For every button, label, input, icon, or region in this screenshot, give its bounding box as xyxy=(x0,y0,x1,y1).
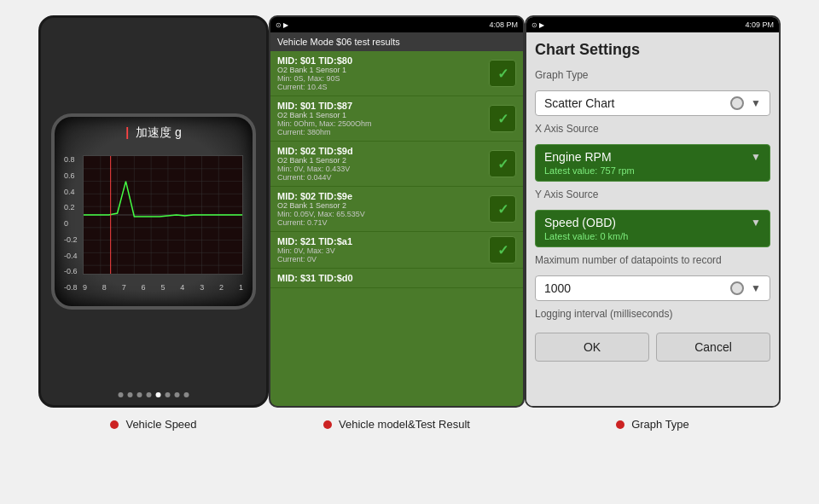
max-datapoints-label: Maximum number of datapoints to record xyxy=(535,254,770,266)
status-bar-3: ⊙ ▶ 4:09 PM xyxy=(526,17,779,32)
x-axis-title-row: Engine RPM ▼ xyxy=(544,150,761,164)
phone-frame-1: | 加速度 g 0.8 0.6 0.4 0.2 0 -0.2 -0.4 -0.6 xyxy=(38,15,269,408)
test-values-5: Min: 0V, Max: 3V xyxy=(277,246,352,255)
label-dot-2 xyxy=(323,420,332,429)
max-datapoints-row: 1000 ▼ xyxy=(535,275,770,301)
marker-icon: | xyxy=(125,125,129,139)
panel-vehicle-speed: | 加速度 g 0.8 0.6 0.4 0.2 0 -0.2 -0.4 -0.6 xyxy=(38,15,269,408)
ok-badge-4: ✓ xyxy=(489,195,516,223)
y-axis-labels: 0.8 0.6 0.4 0.2 0 -0.2 -0.4 -0.6 -0.8 xyxy=(64,155,83,292)
label-text-1: Vehicle Speed xyxy=(125,418,196,431)
dot-6 xyxy=(166,392,171,397)
x-axis-label: X Axis Source xyxy=(535,123,770,135)
test-item-1-left: MID: $01 TID:$80 O2 Bank 1 Sensor 1 Min:… xyxy=(277,55,352,91)
test-item-5-left: MID: $21 TID:$a1 Min: 0V, Max: 3V Curren… xyxy=(277,236,352,264)
test-mid-6: MID: $31 TID:$d0 xyxy=(277,273,353,283)
ok-button[interactable]: OK xyxy=(535,333,649,362)
ok-badge-3: ✓ xyxy=(489,150,516,177)
gauge-title: | 加速度 g xyxy=(125,125,182,141)
test-sensor-4: O2 Bank 1 Sensor 2 xyxy=(277,201,365,210)
label-test-result: Vehicle model&Test Result xyxy=(269,418,525,431)
ok-badge-5: ✓ xyxy=(489,236,516,264)
graph-type-dropdown[interactable]: Scatter Chart ▼ xyxy=(535,90,770,116)
graph-type-arrow-icon: ▼ xyxy=(751,97,761,109)
label-text-2: Vehicle model&Test Result xyxy=(339,418,470,431)
test-item-6-left: MID: $31 TID:$d0 xyxy=(277,273,353,283)
test-result-header: Vehicle Mode $06 test results xyxy=(270,32,523,51)
status-time-3: 4:09 PM xyxy=(745,20,774,29)
max-datapoints-arrow-icon: ▼ xyxy=(751,282,761,294)
test-current-5: Current: 0V xyxy=(277,255,352,264)
label-text-3: Graph Type xyxy=(631,418,689,431)
dot-7 xyxy=(175,392,180,397)
test-values-3: Min: 0V, Max: 0.433V xyxy=(277,165,353,173)
test-mid-3: MID: $02 TID:$9d xyxy=(277,146,353,156)
test-item-4-left: MID: $02 TID:$9e O2 Bank 1 Sensor 2 Min:… xyxy=(277,191,365,227)
max-datapoints-radio xyxy=(730,281,744,295)
test-mid-2: MID: $01 TID:$87 xyxy=(277,101,372,111)
test-mid-5: MID: $21 TID:$a1 xyxy=(277,236,352,246)
ok-badge-1: ✓ xyxy=(489,60,516,87)
graph-type-radio xyxy=(730,96,744,110)
test-values-4: Min: 0.05V, Max: 65.535V xyxy=(277,210,365,218)
x-axis-arrow-icon: ▼ xyxy=(751,151,761,163)
test-values-2: Min: 0Ohm, Max: 2500Ohm xyxy=(277,119,372,128)
phone-frame-3: ⊙ ▶ 4:09 PM Chart Settings Graph Type Sc… xyxy=(525,15,781,408)
y-axis-arrow-icon: ▼ xyxy=(751,217,761,229)
x-axis-latest: Latest value: 757 rpm xyxy=(544,165,761,176)
status-time-2: 4:08 PM xyxy=(489,20,518,29)
label-graph-type: Graph Type xyxy=(525,418,781,431)
test-sensor-2: O2 Bank 1 Sensor 1 xyxy=(277,111,372,119)
page-dots xyxy=(119,392,189,397)
test-sensor-1: O2 Bank 1 Sensor 1 xyxy=(277,66,352,74)
graph-type-label: Graph Type xyxy=(535,69,770,81)
dot-1 xyxy=(119,392,124,397)
labels-row: Vehicle Speed Vehicle model&Test Result … xyxy=(0,408,819,431)
dot-3 xyxy=(137,392,142,397)
test-item-4: MID: $02 TID:$9e O2 Bank 1 Sensor 2 Min:… xyxy=(270,187,523,232)
status-left-icons-3: ⊙ ▶ xyxy=(531,21,544,29)
dot-4 xyxy=(147,392,152,397)
y-axis-latest: Latest value: 0 km/h xyxy=(544,231,761,241)
label-vehicle-speed: Vehicle Speed xyxy=(38,418,269,431)
test-item-3-left: MID: $02 TID:$9d O2 Bank 1 Sensor 2 Min:… xyxy=(277,146,353,182)
y-axis-title-row: Speed (OBD) ▼ xyxy=(544,216,761,229)
logging-label: Logging interval (milliseconds) xyxy=(535,308,770,320)
dot-8 xyxy=(184,392,189,397)
phone-frame-2: ⊙ ▶ 4:08 PM Vehicle Mode $06 test result… xyxy=(269,15,525,408)
test-item-5: MID: $21 TID:$a1 Min: 0V, Max: 3V Curren… xyxy=(270,232,523,269)
test-item-2-left: MID: $01 TID:$87 O2 Bank 1 Sensor 1 Min:… xyxy=(277,101,372,136)
status-bar-2: ⊙ ▶ 4:08 PM xyxy=(270,17,523,32)
label-dot-3 xyxy=(616,420,624,429)
max-datapoints-right: ▼ xyxy=(730,281,761,295)
graph-type-value: Scatter Chart xyxy=(544,96,614,110)
y-axis-label: Y Axis Source xyxy=(535,188,770,200)
test-values-1: Min: 0S, Max: 90S xyxy=(277,74,352,83)
status-left-icons: ⊙ ▶ xyxy=(276,21,288,29)
test-items-list: MID: $01 TID:$80 O2 Bank 1 Sensor 1 Min:… xyxy=(270,51,523,406)
test-current-1: Current: 10.4S xyxy=(277,83,352,91)
test-current-3: Current: 0.044V xyxy=(277,173,353,182)
test-current-2: Current: 380hm xyxy=(277,128,372,136)
y-axis-value: Speed (OBD) xyxy=(544,216,616,229)
test-item-1: MID: $01 TID:$80 O2 Bank 1 Sensor 1 Min:… xyxy=(270,51,523,96)
dot-5-active xyxy=(156,392,161,397)
ok-badge-2: ✓ xyxy=(489,105,516,132)
max-datapoints-value: 1000 xyxy=(544,281,571,295)
header-text: Vehicle Mode $06 test results xyxy=(277,37,400,47)
chart-settings-title: Chart Settings xyxy=(535,41,770,59)
x-axis-labels: 9 8 7 6 5 4 3 2 1 xyxy=(83,283,243,292)
chart-area: 0.8 0.6 0.4 0.2 0 -0.2 -0.4 -0.6 -0.8 xyxy=(64,155,243,292)
dot-2 xyxy=(128,392,133,397)
settings-buttons: OK Cancel xyxy=(535,333,770,362)
graph-type-dropdown-right: ▼ xyxy=(730,96,761,110)
test-item-2: MID: $01 TID:$87 O2 Bank 1 Sensor 1 Min:… xyxy=(270,96,523,142)
panel-graph-type: ⊙ ▶ 4:09 PM Chart Settings Graph Type Sc… xyxy=(525,15,781,408)
cancel-button[interactable]: Cancel xyxy=(656,333,770,362)
label-dot-1 xyxy=(110,420,119,429)
x-axis-value: Engine RPM xyxy=(544,150,612,164)
y-axis-dropdown[interactable]: Speed (OBD) ▼ Latest value: 0 km/h xyxy=(535,210,770,247)
x-axis-dropdown[interactable]: Engine RPM ▼ Latest value: 757 rpm xyxy=(535,144,770,182)
chart-settings-panel: Chart Settings Graph Type Scatter Chart … xyxy=(526,32,779,406)
gauge-widget: | 加速度 g 0.8 0.6 0.4 0.2 0 -0.2 -0.4 -0.6 xyxy=(51,113,256,310)
